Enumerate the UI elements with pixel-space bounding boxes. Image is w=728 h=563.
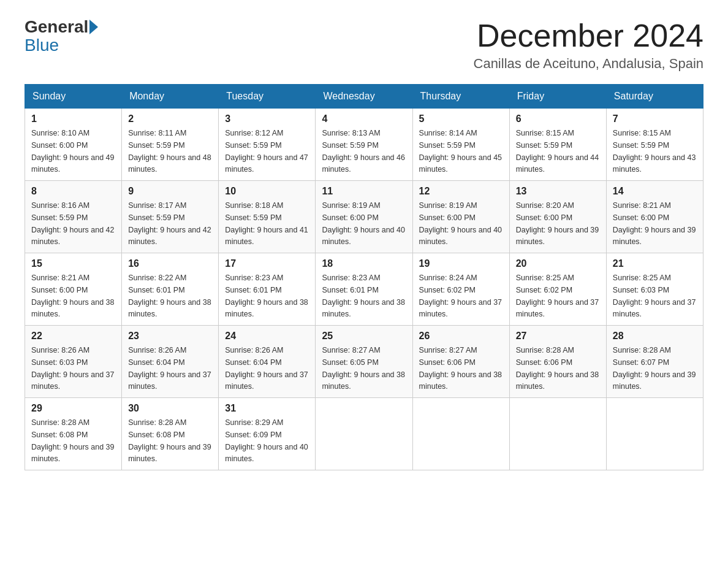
calendar-cell: 3 Sunrise: 8:12 AMSunset: 5:59 PMDayligh… — [219, 109, 316, 181]
calendar-week-row: 29 Sunrise: 8:28 AMSunset: 6:08 PMDaylig… — [25, 398, 703, 470]
day-info: Sunrise: 8:28 AMSunset: 6:06 PMDaylight:… — [516, 346, 599, 391]
calendar-cell: 12 Sunrise: 8:19 AMSunset: 6:00 PMDaylig… — [412, 181, 509, 253]
day-number: 3 — [225, 113, 309, 124]
calendar-cell — [316, 398, 412, 470]
day-info: Sunrise: 8:15 AMSunset: 5:59 PMDaylight:… — [516, 129, 599, 174]
calendar-cell: 9 Sunrise: 8:17 AMSunset: 5:59 PMDayligh… — [122, 181, 219, 253]
day-info: Sunrise: 8:23 AMSunset: 6:01 PMDaylight:… — [225, 274, 308, 318]
day-number: 28 — [613, 331, 697, 342]
calendar-week-row: 22 Sunrise: 8:26 AMSunset: 6:03 PMDaylig… — [25, 326, 703, 398]
calendar-cell: 1 Sunrise: 8:10 AMSunset: 6:00 PMDayligh… — [25, 109, 122, 181]
day-info: Sunrise: 8:24 AMSunset: 6:02 PMDaylight:… — [419, 274, 502, 318]
day-number: 9 — [128, 186, 212, 197]
calendar-cell: 27 Sunrise: 8:28 AMSunset: 6:06 PMDaylig… — [509, 326, 606, 398]
header-wednesday: Wednesday — [316, 85, 412, 109]
day-number: 24 — [225, 331, 309, 342]
day-number: 19 — [419, 258, 503, 269]
header-monday: Monday — [122, 85, 219, 109]
day-number: 26 — [419, 331, 503, 342]
day-info: Sunrise: 8:26 AMSunset: 6:04 PMDaylight:… — [225, 346, 308, 391]
header-thursday: Thursday — [412, 85, 509, 109]
calendar-cell: 7 Sunrise: 8:15 AMSunset: 5:59 PMDayligh… — [606, 109, 703, 181]
day-info: Sunrise: 8:28 AMSunset: 6:07 PMDaylight:… — [613, 346, 696, 391]
calendar-cell: 21 Sunrise: 8:25 AMSunset: 6:03 PMDaylig… — [606, 253, 703, 326]
calendar-cell: 11 Sunrise: 8:19 AMSunset: 6:00 PMDaylig… — [316, 181, 412, 253]
calendar-week-row: 8 Sunrise: 8:16 AMSunset: 5:59 PMDayligh… — [25, 181, 703, 253]
day-number: 27 — [516, 331, 600, 342]
day-number: 15 — [31, 258, 115, 269]
day-number: 14 — [613, 186, 697, 197]
calendar-cell: 8 Sunrise: 8:16 AMSunset: 5:59 PMDayligh… — [25, 181, 122, 253]
calendar-cell: 5 Sunrise: 8:14 AMSunset: 5:59 PMDayligh… — [412, 109, 509, 181]
day-number: 6 — [516, 113, 600, 124]
logo-arrow-icon — [89, 20, 98, 34]
calendar-cell: 14 Sunrise: 8:21 AMSunset: 6:00 PMDaylig… — [606, 181, 703, 253]
calendar-cell: 6 Sunrise: 8:15 AMSunset: 5:59 PMDayligh… — [509, 109, 606, 181]
day-info: Sunrise: 8:14 AMSunset: 5:59 PMDaylight:… — [419, 129, 502, 174]
calendar-cell: 17 Sunrise: 8:23 AMSunset: 6:01 PMDaylig… — [219, 253, 316, 326]
header: General Blue December 2024 Canillas de A… — [25, 18, 703, 72]
day-info: Sunrise: 8:28 AMSunset: 6:08 PMDaylight:… — [31, 418, 115, 463]
day-number: 25 — [322, 331, 406, 342]
day-info: Sunrise: 8:22 AMSunset: 6:01 PMDaylight:… — [128, 274, 211, 318]
day-info: Sunrise: 8:23 AMSunset: 6:01 PMDaylight:… — [322, 274, 405, 318]
calendar-cell: 20 Sunrise: 8:25 AMSunset: 6:02 PMDaylig… — [509, 253, 606, 326]
day-number: 8 — [31, 186, 115, 197]
calendar-cell: 13 Sunrise: 8:20 AMSunset: 6:00 PMDaylig… — [509, 181, 606, 253]
logo-blue-text: Blue — [25, 36, 59, 55]
location-title: Canillas de Aceituno, Andalusia, Spain — [474, 56, 703, 72]
day-number: 30 — [128, 403, 212, 414]
calendar-cell: 15 Sunrise: 8:21 AMSunset: 6:00 PMDaylig… — [25, 253, 122, 326]
day-number: 16 — [128, 258, 212, 269]
day-number: 22 — [31, 331, 115, 342]
calendar-week-row: 15 Sunrise: 8:21 AMSunset: 6:00 PMDaylig… — [25, 253, 703, 326]
day-info: Sunrise: 8:16 AMSunset: 5:59 PMDaylight:… — [31, 201, 115, 246]
header-friday: Friday — [509, 85, 606, 109]
day-number: 23 — [128, 331, 212, 342]
day-info: Sunrise: 8:10 AMSunset: 6:00 PMDaylight:… — [31, 129, 115, 174]
calendar-cell — [606, 398, 703, 470]
calendar-week-row: 1 Sunrise: 8:10 AMSunset: 6:00 PMDayligh… — [25, 109, 703, 181]
calendar-cell: 29 Sunrise: 8:28 AMSunset: 6:08 PMDaylig… — [25, 398, 122, 470]
title-area: December 2024 Canillas de Aceituno, Anda… — [474, 18, 703, 72]
calendar-table: SundayMondayTuesdayWednesdayThursdayFrid… — [25, 84, 703, 470]
day-info: Sunrise: 8:28 AMSunset: 6:08 PMDaylight:… — [128, 418, 211, 463]
calendar-cell: 24 Sunrise: 8:26 AMSunset: 6:04 PMDaylig… — [219, 326, 316, 398]
calendar-cell: 28 Sunrise: 8:28 AMSunset: 6:07 PMDaylig… — [606, 326, 703, 398]
day-info: Sunrise: 8:18 AMSunset: 5:59 PMDaylight:… — [225, 201, 308, 246]
day-number: 17 — [225, 258, 309, 269]
calendar-cell: 19 Sunrise: 8:24 AMSunset: 6:02 PMDaylig… — [412, 253, 509, 326]
calendar-cell: 10 Sunrise: 8:18 AMSunset: 5:59 PMDaylig… — [219, 181, 316, 253]
calendar-cell: 22 Sunrise: 8:26 AMSunset: 6:03 PMDaylig… — [25, 326, 122, 398]
day-info: Sunrise: 8:17 AMSunset: 5:59 PMDaylight:… — [128, 201, 211, 246]
day-number: 1 — [31, 113, 115, 124]
day-info: Sunrise: 8:11 AMSunset: 5:59 PMDaylight:… — [128, 129, 211, 174]
day-info: Sunrise: 8:20 AMSunset: 6:00 PMDaylight:… — [516, 201, 599, 246]
day-info: Sunrise: 8:21 AMSunset: 6:00 PMDaylight:… — [613, 201, 696, 246]
calendar-cell: 25 Sunrise: 8:27 AMSunset: 6:05 PMDaylig… — [316, 326, 412, 398]
header-sunday: Sunday — [25, 85, 122, 109]
day-info: Sunrise: 8:29 AMSunset: 6:09 PMDaylight:… — [225, 418, 308, 463]
calendar-cell: 2 Sunrise: 8:11 AMSunset: 5:59 PMDayligh… — [122, 109, 219, 181]
calendar-cell: 31 Sunrise: 8:29 AMSunset: 6:09 PMDaylig… — [219, 398, 316, 470]
header-tuesday: Tuesday — [219, 85, 316, 109]
calendar-cell: 18 Sunrise: 8:23 AMSunset: 6:01 PMDaylig… — [316, 253, 412, 326]
day-number: 11 — [322, 186, 406, 197]
day-number: 13 — [516, 186, 600, 197]
calendar-header-row: SundayMondayTuesdayWednesdayThursdayFrid… — [25, 85, 703, 109]
day-info: Sunrise: 8:13 AMSunset: 5:59 PMDaylight:… — [322, 129, 405, 174]
day-number: 10 — [225, 186, 309, 197]
month-title: December 2024 — [474, 18, 703, 53]
day-number: 5 — [419, 113, 503, 124]
day-info: Sunrise: 8:12 AMSunset: 5:59 PMDaylight:… — [225, 129, 308, 174]
day-info: Sunrise: 8:19 AMSunset: 6:00 PMDaylight:… — [419, 201, 502, 246]
day-number: 7 — [613, 113, 697, 124]
day-info: Sunrise: 8:27 AMSunset: 6:06 PMDaylight:… — [419, 346, 502, 391]
day-info: Sunrise: 8:25 AMSunset: 6:03 PMDaylight:… — [613, 274, 696, 318]
day-info: Sunrise: 8:25 AMSunset: 6:02 PMDaylight:… — [516, 274, 599, 318]
calendar-cell: 30 Sunrise: 8:28 AMSunset: 6:08 PMDaylig… — [122, 398, 219, 470]
calendar-cell: 23 Sunrise: 8:26 AMSunset: 6:04 PMDaylig… — [122, 326, 219, 398]
day-info: Sunrise: 8:26 AMSunset: 6:04 PMDaylight:… — [128, 346, 211, 391]
calendar-cell: 4 Sunrise: 8:13 AMSunset: 5:59 PMDayligh… — [316, 109, 412, 181]
calendar-cell — [509, 398, 606, 470]
